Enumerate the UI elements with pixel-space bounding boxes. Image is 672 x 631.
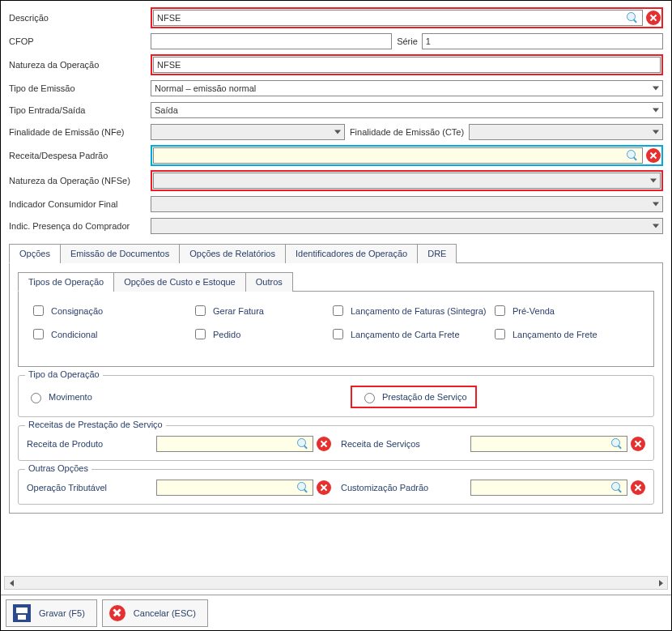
label-finalidade-cte: Finalidade de Emissão (CTe) [345, 127, 469, 137]
inner-tabpanel: Consignação Gerar Fatura Lançamento de F… [18, 292, 654, 367]
cancelar-button-label: Cancelar (ESC) [134, 608, 196, 618]
tipo-entrada-saida-select[interactable] [151, 102, 663, 118]
main-tabstrip: Opções Emissão de Documentos Opções de R… [9, 243, 663, 263]
descricao-lookup[interactable] [153, 10, 643, 26]
gravar-button[interactable]: Gravar (F5) [6, 599, 97, 627]
search-icon[interactable] [296, 437, 309, 450]
tab-tipos-operacao[interactable]: Tipos de Operação [18, 272, 114, 292]
clear-icon[interactable] [646, 11, 661, 25]
label-indic-presenca-comprador: Indic. Presença do Comprador [9, 221, 151, 231]
label-receita-servicos: Receita de Serviços [341, 439, 470, 449]
search-icon[interactable] [610, 437, 623, 450]
label-receita-produto: Receita de Produto [27, 439, 156, 449]
radio-prestacao-servico[interactable]: Prestação de Serviço [360, 390, 467, 403]
natureza-operacao-input[interactable] [153, 57, 661, 73]
scroll-left-arrow-icon[interactable] [5, 577, 19, 589]
receita-despesa-padrao-input[interactable] [154, 148, 626, 163]
finalidade-cte-select[interactable] [469, 124, 663, 140]
chk-consignacao[interactable]: Consignação [30, 303, 192, 318]
search-icon[interactable] [626, 11, 639, 24]
finalidade-nfe-select[interactable] [151, 124, 345, 140]
label-customizacao-padrao: Customização Padrão [341, 483, 470, 492]
serie-input[interactable] [422, 33, 663, 49]
clear-icon[interactable] [646, 148, 661, 163]
cfop-input[interactable] [151, 33, 392, 49]
chk-gerar-fatura-label: Gerar Fatura [213, 306, 264, 316]
chk-lanc-frete-label: Lançamento de Frete [513, 330, 598, 339]
radio-movimento[interactable]: Movimento [27, 390, 351, 403]
receita-servicos-input[interactable] [471, 437, 610, 451]
radio-prestacao-servico-label: Prestação de Serviço [382, 392, 467, 402]
label-operacao-tributavel: Operação Tributável [27, 483, 156, 492]
svg-marker-0 [10, 580, 14, 586]
scroll-track[interactable] [19, 577, 653, 589]
receita-produto-lookup[interactable] [156, 436, 313, 452]
fieldset-tipo-operacao: Tipo da Operação Movimento Prestação de … [18, 375, 654, 417]
label-indicador-consumidor-final: Indicador Consumidor Final [9, 199, 151, 209]
tab-identificadores-operacao[interactable]: Identificadores de Operação [285, 244, 418, 263]
tab-outros[interactable]: Outros [245, 272, 293, 292]
label-descricao: Descrição [9, 13, 151, 23]
tab-dre[interactable]: DRE [417, 244, 457, 263]
operacao-tributavel-lookup[interactable] [156, 480, 313, 496]
label-serie: Série [392, 36, 423, 46]
tipo-emissao-select[interactable] [151, 80, 663, 96]
inner-tabstrip: Tipos de Operação Opções de Custo e Esto… [18, 271, 654, 292]
receita-despesa-padrao-lookup[interactable] [153, 147, 643, 164]
indic-presenca-comprador-select[interactable] [151, 218, 663, 234]
chk-lanc-frete[interactable]: Lançamento de Frete [491, 326, 637, 342]
label-tipo-emissao: Tipo de Emissão [9, 83, 151, 93]
chk-pre-venda[interactable]: Pré-Venda [491, 303, 637, 318]
fieldset-outras-opcoes-title: Outras Opções [25, 463, 91, 473]
chk-condicional-label: Condicional [51, 330, 97, 339]
tab-emissao-documentos[interactable]: Emissão de Documentos [60, 244, 180, 263]
svg-marker-1 [659, 580, 663, 586]
main-tabpanel: Tipos de Operação Opções de Custo e Esto… [9, 263, 663, 514]
search-icon[interactable] [626, 149, 639, 162]
customizacao-padrao-lookup[interactable] [470, 480, 627, 496]
chk-lanc-faturas-sintegra-label: Lançamento de Faturas (Sintegra) [351, 306, 487, 316]
search-icon[interactable] [610, 481, 623, 494]
close-icon [109, 605, 125, 621]
label-natureza-operacao-nfse: Natureza da Operação (NFSe) [9, 176, 151, 185]
save-icon [13, 604, 31, 622]
gravar-button-label: Gravar (F5) [39, 608, 85, 618]
operacao-tributavel-input[interactable] [157, 480, 296, 495]
scroll-right-arrow-icon[interactable] [653, 577, 667, 589]
radio-movimento-label: Movimento [49, 392, 92, 402]
indicador-consumidor-final-select[interactable] [151, 196, 663, 212]
footer-toolbar: Gravar (F5) Cancelar (ESC) [1, 595, 671, 630]
label-finalidade-nfe: Finalidade de Emissão (NFe) [9, 127, 151, 137]
natureza-operacao-nfse-select[interactable] [153, 173, 661, 189]
clear-icon[interactable] [631, 480, 645, 495]
fieldset-outras-opcoes: Outras Opções Operação Tributável Custom… [18, 469, 654, 505]
clear-icon[interactable] [317, 480, 331, 495]
fieldset-receitas-prestacao: Receitas de Prestação de Serviço Receita… [18, 425, 654, 461]
fieldset-tipo-operacao-title: Tipo da Operação [25, 369, 103, 379]
receita-produto-input[interactable] [157, 437, 296, 451]
label-cfop: CFOP [9, 36, 151, 46]
tab-opcoes-custo-estoque[interactable]: Opções de Custo e Estoque [113, 272, 246, 292]
clear-icon[interactable] [631, 437, 645, 451]
horizontal-scrollbar[interactable] [4, 576, 668, 590]
chk-pedido-label: Pedido [213, 330, 240, 339]
customizacao-padrao-input[interactable] [471, 480, 610, 495]
fieldset-receitas-prestacao-title: Receitas de Prestação de Serviço [25, 420, 166, 429]
label-tipo-entrada-saida: Tipo Entrada/Saída [9, 105, 151, 115]
label-receita-despesa-padrao: Receita/Despesa Padrão [9, 151, 151, 160]
cancelar-button[interactable]: Cancelar (ESC) [102, 599, 208, 627]
clear-icon[interactable] [317, 437, 331, 451]
tab-opcoes-relatorios[interactable]: Opções de Relatórios [179, 244, 286, 263]
chk-condicional[interactable]: Condicional [30, 326, 192, 342]
receita-servicos-lookup[interactable] [470, 436, 627, 452]
chk-lanc-faturas-sintegra[interactable]: Lançamento de Faturas (Sintegra) [330, 303, 491, 318]
search-icon[interactable] [296, 481, 309, 494]
tab-opcoes[interactable]: Opções [9, 244, 61, 263]
chk-gerar-fatura[interactable]: Gerar Fatura [192, 303, 330, 318]
chk-pre-venda-label: Pré-Venda [513, 306, 555, 316]
chk-lanc-carta-frete-label: Lançamento de Carta Frete [351, 330, 460, 339]
descricao-input[interactable] [154, 11, 626, 25]
chk-pedido[interactable]: Pedido [192, 326, 330, 342]
chk-lanc-carta-frete[interactable]: Lançamento de Carta Frete [330, 326, 491, 342]
chk-consignacao-label: Consignação [51, 306, 103, 316]
